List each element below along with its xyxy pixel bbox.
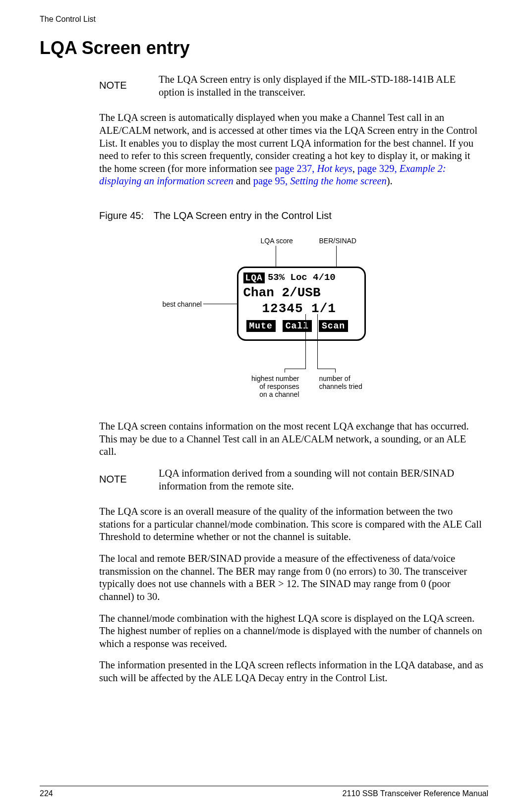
paragraph-ber-sinad: The local and remote BER/SINAD provide a… [99,552,483,603]
page-number: 224 [40,789,53,798]
link-home-screen[interactable]: page 95, Setting the home screen [253,175,387,186]
figure-caption: Figure 45: The LQA Screen entry in the C… [99,210,483,222]
lcd-button-mute: Mute [246,320,276,332]
link-page: page 329, [357,163,400,174]
lcd-line-1: LQA 53% Loc 4/10 [242,272,360,284]
leader-line [317,314,318,369]
note-block-2: NOTE LQA information derived from a soun… [99,467,483,492]
leader-line [203,304,239,304]
leader-line [317,369,335,369]
leader-line [285,369,306,369]
link-hot-keys[interactable]: page 237, Hot keys [275,163,352,174]
callout-channels-tried: number ofchannels tried [319,375,369,390]
callout-text: number ofchannels tried [319,375,362,390]
text: , [352,163,357,174]
leader-line [285,369,285,373]
link-title: Hot keys [317,163,352,174]
callout-highest-responses: highest numberof responseson a channel [245,375,299,398]
callout-lqa-score: LQA score [261,237,293,245]
paragraph-lqa-database: The information presented in the LQA scr… [99,659,483,684]
text: and [234,175,253,186]
note-label: NOTE [99,73,159,92]
note-text: LQA information derived from a sounding … [159,467,483,492]
lcd-line-3: 12345 1/1 [242,301,360,317]
leader-line [305,314,306,369]
figure-lqa-screen: LQA score BER/SINAD best channel LQA 53%… [163,237,420,405]
page-footer: 224 2110 SSB Transceiver Reference Manua… [40,786,488,798]
note-text: The LQA Screen entry is only displayed i… [159,73,483,99]
running-header: The Control List [40,15,488,24]
note-label: NOTE [99,467,159,486]
paragraph-recent-exchange: The LQA screen contains information on t… [99,420,483,458]
leader-line [335,369,336,373]
link-page: page 95, [253,175,291,186]
intro-paragraph: The LQA screen is automatically displaye… [99,111,483,188]
lcd-line-2: Chan 2/USB [242,285,360,301]
callout-best-channel: best channel [163,300,202,308]
paragraph-lqa-score: The LQA score is an overall measure of t… [99,505,483,543]
note-block-1: NOTE The LQA Screen entry is only displa… [99,73,483,99]
lcd-button-scan: Scan [319,320,348,332]
page-title: LQA Screen entry [40,38,488,58]
lcd-button-call: Call [283,320,312,332]
lqa-badge: LQA [243,272,265,284]
callout-text: highest numberof responseson a channel [251,375,299,398]
link-title: Setting the home screen [290,175,387,186]
lcd-line1-text: 53% Loc 4/10 [268,272,336,284]
lcd-frame: LQA 53% Loc 4/10 Chan 2/USB 12345 1/1 Mu… [237,267,366,341]
link-page: page 237, [275,163,317,174]
paragraph-highest-score: The channel/mode combination with the hi… [99,612,483,650]
text: ). [387,175,393,186]
document-title: 2110 SSB Transceiver Reference Manual [343,789,488,798]
callout-ber-sinad: BER/SINAD [319,237,356,245]
